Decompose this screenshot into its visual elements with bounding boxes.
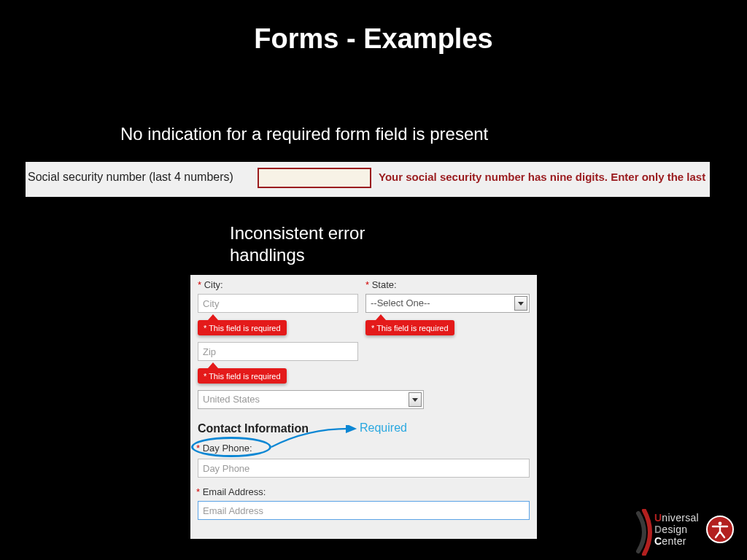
slide-title: Forms - Examples [0, 23, 747, 55]
dropdown-icon[interactable] [409, 392, 422, 407]
contact-info-heading: Contact Information [198, 422, 309, 435]
city-label-text: City: [204, 279, 223, 290]
email-input[interactable] [198, 501, 530, 520]
accessibility-icon [706, 516, 734, 543]
logo-u-rest: niversal [662, 512, 699, 524]
dropdown-icon[interactable] [514, 296, 527, 311]
country-select-value: United States [203, 394, 260, 405]
udc-logo: Universal Design Center [654, 512, 734, 547]
form-example-panel: * City: * State: --Select One-- * This f… [190, 275, 537, 539]
email-label: * Email Address: [196, 486, 266, 497]
city-input[interactable] [198, 294, 358, 313]
state-label: * State: [365, 279, 397, 290]
svg-point-0 [719, 521, 722, 525]
logo-d-rest: esign [662, 524, 687, 535]
city-label: * City: [198, 279, 223, 290]
logo-c-rest: enter [662, 535, 686, 547]
ssn-input[interactable] [258, 168, 371, 188]
required-star: * [196, 443, 200, 454]
state-select[interactable]: --Select One-- [365, 294, 530, 313]
email-label-text: Email Address: [203, 486, 266, 497]
day-phone-input[interactable] [198, 459, 530, 478]
logo-d: D [654, 524, 662, 535]
required-star: * [198, 279, 201, 290]
ssn-example-strip: Social security number (last 4 numbers) … [26, 162, 710, 197]
zip-error-tooltip: * This field is required [198, 368, 287, 384]
zip-input[interactable] [198, 342, 358, 361]
state-label-text: State: [372, 279, 397, 290]
required-annotation: Required [360, 421, 407, 435]
state-select-value: --Select One-- [371, 298, 430, 308]
logo-u: U [654, 512, 662, 524]
country-select[interactable]: United States [198, 390, 424, 409]
logo-c: C [654, 535, 662, 547]
logo-swoosh-icon [634, 509, 656, 556]
day-phone-label: * Day Phone: [196, 443, 252, 454]
caption-required-missing: No indication for a required form field … [120, 124, 488, 144]
state-error-tooltip: * This field is required [365, 320, 454, 335]
required-star: * [365, 279, 369, 290]
required-star: * [196, 486, 200, 497]
caption-inconsistent-errors: Inconsistent error handlings [230, 222, 419, 266]
ssn-label: Social security number (last 4 numbers) [28, 171, 233, 184]
day-phone-label-text: Day Phone: [203, 443, 252, 454]
logo-text: Universal Design Center [654, 512, 699, 547]
ssn-helper-message: Your social security number has nine dig… [379, 171, 705, 183]
city-error-tooltip: * This field is required [198, 320, 287, 335]
